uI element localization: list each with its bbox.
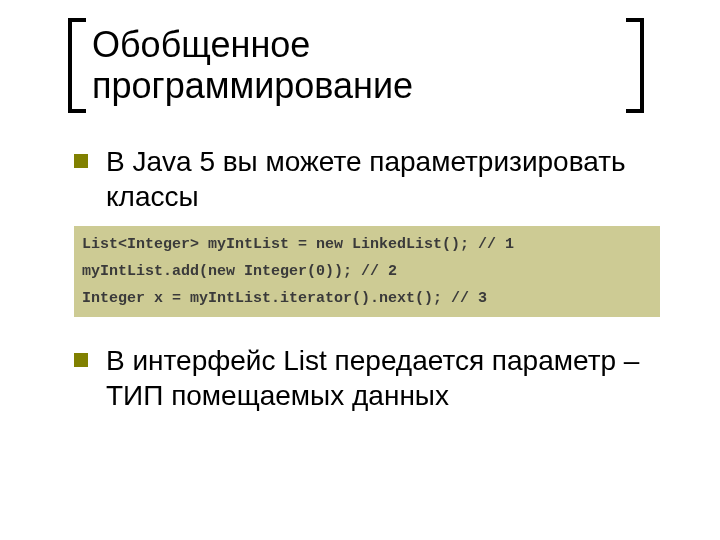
bracket-right-decor	[626, 18, 644, 113]
code-line: myIntList.add(new Integer(0)); // 2	[82, 263, 652, 280]
bullet-square-icon	[74, 154, 88, 168]
bullet-square-icon	[74, 353, 88, 367]
slide-title-container: Обобщенное программирование	[68, 18, 644, 113]
bullet-item: В Java 5 вы можете параметризировать кла…	[74, 144, 660, 214]
bracket-left-decor	[68, 18, 86, 113]
bullet-text-1: В Java 5 вы можете параметризировать кла…	[106, 144, 660, 214]
bullet-text-2: В интерфейс List передается параметр – Т…	[106, 343, 660, 413]
slide-content: В Java 5 вы можете параметризировать кла…	[74, 144, 660, 425]
slide-title: Обобщенное программирование	[86, 18, 626, 113]
code-line: Integer x = myIntList.iterator().next();…	[82, 290, 652, 307]
bullet-item: В интерфейс List передается параметр – Т…	[74, 343, 660, 413]
code-block: List<Integer> myIntList = new LinkedList…	[74, 226, 660, 317]
code-line: List<Integer> myIntList = new LinkedList…	[82, 236, 652, 253]
